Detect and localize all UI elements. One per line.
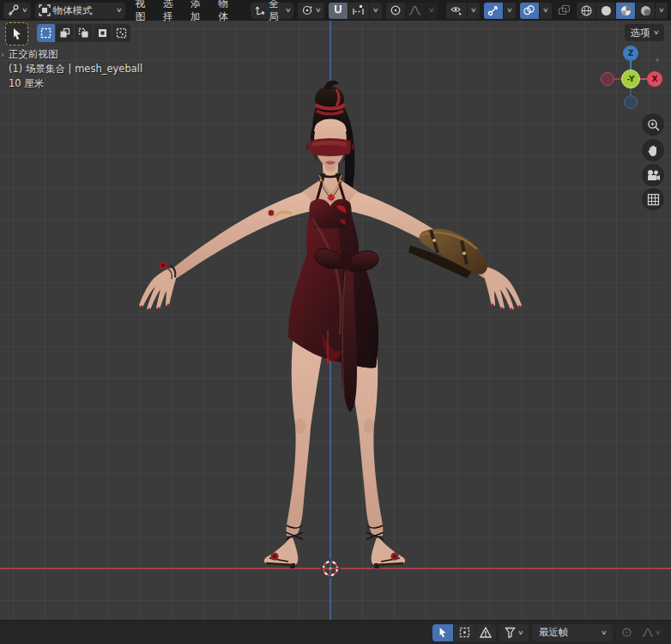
gizmo-x-label: X (652, 75, 658, 83)
proportional-editing-toggle[interactable] (386, 3, 405, 19)
mode-dropdown[interactable]: 物体模式 ∨ (35, 3, 125, 19)
solid-icon (600, 4, 613, 17)
falloff-chevron[interactable]: ∨ (426, 3, 438, 19)
snap-mode-dropdown[interactable]: 最近帧 ∨ (532, 624, 613, 641)
menu-view[interactable]: 视图 (130, 0, 157, 23)
proportional-editing-icon (390, 4, 402, 16)
gizmo-group: ∨ (484, 3, 516, 19)
chevron-down-icon: ∨ (428, 7, 435, 14)
sidebar-collapse-chevron[interactable]: ‹ (656, 55, 659, 64)
options-dropdown[interactable]: 选项 ∨ (625, 24, 665, 41)
chevron-down-icon: ∨ (506, 7, 513, 14)
viewport-info: 正交前视图 (1) 场景集合 | mesh_eyeball 10 厘米 (9, 47, 142, 91)
shading-wireframe-button[interactable] (577, 3, 595, 19)
footer-proportional-toggle[interactable] (616, 624, 637, 641)
filter-funnel-icon (505, 627, 516, 638)
3d-viewport[interactable]: 选项 ∨ › 正交前视图 (1) 场景集合 | mesh_eyeball 10 … (0, 21, 671, 621)
pan-view-button[interactable] (642, 139, 664, 161)
ortho-toggle-button[interactable] (642, 188, 664, 210)
orientation-label: 全局 (269, 0, 283, 23)
menu-add[interactable]: 添加 (184, 0, 212, 23)
grid-scale-label: 10 厘米 (9, 76, 142, 91)
tool-settings-row (5, 22, 130, 46)
gizmo-icon (487, 4, 499, 16)
gizmo-chevron[interactable]: ∨ (504, 3, 516, 19)
overlays-group: ∨ (520, 3, 552, 19)
object-visibility-dropdown[interactable] (446, 3, 467, 19)
shading-rendered-button[interactable] (636, 3, 655, 19)
gizmo-x-ball[interactable]: X (647, 71, 662, 87)
gizmo-neg-x-ball[interactable] (601, 72, 614, 86)
object-visibility-eye-icon (450, 4, 463, 16)
options-label: 选项 (631, 27, 650, 39)
snap-target-chevron[interactable]: ∨ (370, 3, 382, 19)
select-mode-intersect[interactable] (112, 24, 130, 42)
chevron-down-icon: ∨ (517, 629, 524, 636)
zoom-view-button[interactable] (642, 113, 664, 136)
footer-cursor-tool-button[interactable] (432, 624, 453, 641)
select-mode-new[interactable] (37, 24, 55, 42)
visibility-chevron[interactable]: ∨ (468, 3, 480, 19)
chevron-down-icon: ∨ (116, 7, 123, 14)
select-mode-invert[interactable] (94, 24, 112, 42)
falloff-curve-icon (642, 627, 654, 638)
timeline-footer: ∨ 最近帧 ∨ ∨ (0, 620, 671, 644)
shading-chevron[interactable]: ∨ (656, 3, 668, 19)
warning-icon (480, 627, 492, 638)
active-collection-label: (1) 场景集合 | mesh_eyeball (9, 62, 142, 76)
camera-view-button[interactable] (642, 164, 664, 186)
editor-type-dropdown[interactable]: ∨ (3, 3, 31, 19)
shading-material-button[interactable] (616, 3, 635, 19)
menu-select[interactable]: 选择 (157, 0, 184, 23)
snap-mode-label: 最近帧 (539, 626, 569, 639)
gizmo-neg-y-ball[interactable]: -Y (621, 70, 640, 88)
proportional-editing-icon (621, 627, 632, 638)
transform-orientation-icon (254, 4, 266, 16)
show-gizmo-toggle[interactable] (484, 3, 503, 19)
navigation-gizmo[interactable]: Z X -Y (596, 45, 665, 113)
footer-warning-button[interactable] (475, 624, 496, 641)
snap-group: ∨ (329, 3, 382, 19)
pivot-point-dropdown[interactable]: ∨ (298, 3, 324, 19)
mode-label: 物体模式 (53, 4, 115, 17)
chevron-down-icon: ∨ (372, 7, 379, 14)
wireframe-icon (580, 4, 593, 17)
snap-target-dropdown[interactable] (348, 3, 369, 19)
transform-orientation-dropdown[interactable]: 全局 ∨ (251, 3, 293, 19)
select-mode-subtract[interactable] (75, 24, 93, 42)
gizmo-neg-y-label: -Y (627, 75, 635, 83)
snap-toggle[interactable] (329, 3, 348, 19)
shading-solid-button[interactable] (596, 3, 615, 19)
snap-target-icon (352, 4, 365, 16)
pan-hand-icon (647, 144, 659, 157)
footer-filter-dropdown[interactable]: ∨ (499, 624, 529, 641)
footer-tool-group (432, 624, 496, 641)
menu-object[interactable]: 物体 (212, 0, 239, 23)
active-tool-button[interactable] (5, 22, 28, 46)
view-name-label: 正交前视图 (9, 47, 142, 62)
footer-falloff-dropdown[interactable]: ∨ (638, 624, 664, 641)
select-mode-extend[interactable] (56, 24, 74, 42)
overlays-chevron[interactable]: ∨ (540, 3, 552, 19)
falloff-dropdown[interactable] (406, 3, 425, 19)
box-select-icon (459, 627, 470, 638)
chevron-down-icon: ∨ (652, 29, 659, 36)
toolbar-expand-chevron[interactable]: › (1, 50, 4, 59)
chevron-down-icon: ∨ (315, 7, 322, 14)
menu-bar: 视图 选择 添加 物体 (130, 0, 240, 23)
show-overlays-toggle[interactable] (520, 3, 539, 19)
material-preview-icon (620, 4, 632, 17)
character-model[interactable] (120, 77, 549, 575)
footer-box-select-button[interactable] (454, 624, 475, 641)
gizmo-neg-z-ball[interactable] (624, 95, 638, 109)
overlays-icon (523, 4, 535, 16)
gizmo-z-ball[interactable]: Z (623, 46, 638, 61)
shading-group: ∨ (577, 3, 668, 19)
camera-view-icon (646, 169, 661, 182)
xray-toggle[interactable] (556, 3, 572, 19)
gizmo-z-label: Z (628, 49, 634, 58)
chevron-down-icon: ∨ (600, 629, 607, 636)
chevron-down-icon: ∨ (21, 7, 28, 14)
editor-type-icon (7, 4, 20, 16)
viewport-header: ∨ 物体模式 ∨ 视图 选择 添加 物体 全局 ∨ ∨ (0, 0, 671, 21)
